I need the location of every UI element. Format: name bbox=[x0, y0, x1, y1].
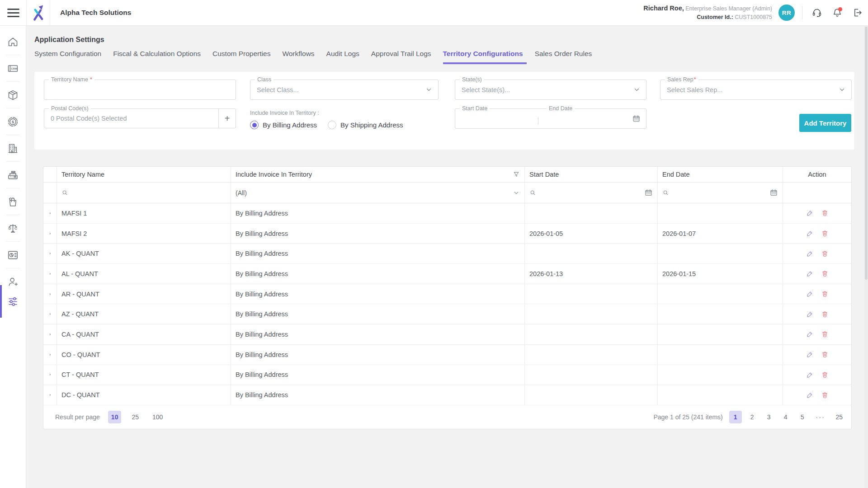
edit-button[interactable] bbox=[806, 371, 814, 379]
sidebar-item-user-add[interactable] bbox=[0, 272, 26, 291]
column-header-include-invoice[interactable]: Include Invoice In Territory bbox=[231, 167, 525, 182]
avatar[interactable]: RR bbox=[778, 5, 795, 21]
calendar-icon[interactable] bbox=[632, 114, 641, 123]
column-header-end-date[interactable]: End Date bbox=[658, 167, 783, 182]
delete-button[interactable] bbox=[821, 209, 829, 217]
column-header-start-date[interactable]: Start Date bbox=[525, 167, 658, 182]
tab-fiscal-calculation-options[interactable]: Fiscal & Calculation Options bbox=[113, 50, 201, 63]
sidebar-item-report[interactable] bbox=[0, 245, 26, 265]
edit-button[interactable] bbox=[806, 270, 814, 277]
expand-row-button[interactable] bbox=[48, 393, 52, 397]
tab-system-configuration[interactable]: System Configuration bbox=[34, 50, 101, 63]
invoice-filter-select[interactable]: (All) bbox=[231, 183, 525, 203]
calendar-icon[interactable] bbox=[769, 188, 778, 197]
tab-audit-logs[interactable]: Audit Logs bbox=[326, 50, 359, 63]
sidebar-item-home[interactable] bbox=[0, 32, 26, 52]
notification-badge bbox=[838, 7, 842, 11]
logout-button[interactable] bbox=[852, 7, 863, 18]
expand-row-button[interactable] bbox=[48, 352, 52, 357]
table-header-row: Territory Name Include Invoice In Territ… bbox=[43, 167, 851, 183]
edit-button[interactable] bbox=[806, 290, 814, 298]
customer-id-value: CUST1000875 bbox=[735, 14, 772, 20]
expand-row-button[interactable] bbox=[48, 292, 52, 296]
delete-button[interactable] bbox=[821, 310, 829, 318]
radio-by-shipping-address[interactable]: By Shipping Address bbox=[328, 121, 403, 129]
sidebar-item-cash-register[interactable] bbox=[0, 165, 26, 185]
edit-button[interactable] bbox=[806, 209, 814, 217]
states-label: State(s) bbox=[460, 76, 484, 83]
page-size-10[interactable]: 10 bbox=[108, 411, 122, 423]
territory-name-cell: AZ - QUANT bbox=[57, 304, 231, 324]
states-select[interactable]: State(s) Select State(s)... bbox=[455, 80, 646, 100]
page-size-25[interactable]: 25 bbox=[128, 411, 142, 423]
calendar-icon[interactable] bbox=[644, 188, 653, 197]
start-date-filter-input[interactable] bbox=[540, 189, 641, 197]
delete-button[interactable] bbox=[821, 391, 829, 399]
support-button[interactable] bbox=[811, 7, 822, 18]
expand-row-button[interactable] bbox=[48, 372, 52, 377]
expand-row-button[interactable] bbox=[48, 272, 52, 276]
sidebar-item-sliders[interactable] bbox=[0, 291, 26, 311]
sidebar-item-shopping-bag[interactable] bbox=[0, 192, 26, 211]
page-5[interactable]: 5 bbox=[796, 411, 809, 423]
delete-button[interactable] bbox=[821, 351, 829, 358]
delete-button[interactable] bbox=[821, 250, 829, 258]
menu-button[interactable] bbox=[0, 0, 26, 25]
result-per-page-label: Result per page bbox=[55, 413, 100, 421]
delete-button[interactable] bbox=[821, 270, 829, 277]
invoice-cell: By Billing Address bbox=[231, 224, 525, 244]
chevron-down-icon bbox=[633, 86, 641, 94]
sales-rep-select[interactable]: Sales Rep* Select Sales Rep... bbox=[660, 80, 852, 100]
sidebar-item-crm[interactable]: CRM bbox=[0, 58, 26, 78]
page-[interactable]: ... bbox=[813, 411, 829, 423]
sidebar-item-balance-scale[interactable]: DC bbox=[0, 218, 26, 238]
expand-row-button[interactable] bbox=[48, 312, 52, 316]
edit-button[interactable] bbox=[806, 351, 814, 358]
page-2[interactable]: 2 bbox=[746, 411, 759, 423]
page-4[interactable]: 4 bbox=[779, 411, 792, 423]
expand-row-button[interactable] bbox=[48, 332, 52, 337]
end-date-filter-input[interactable] bbox=[673, 189, 766, 197]
scrollbar[interactable] bbox=[864, 26, 868, 488]
sidebar-item-dollar[interactable]: $ bbox=[0, 112, 26, 131]
edit-button[interactable] bbox=[806, 391, 814, 399]
sidebar-item-building[interactable] bbox=[0, 138, 26, 158]
class-select[interactable]: Class Select Class... bbox=[250, 80, 439, 100]
tab-custom-properties[interactable]: Custom Properties bbox=[212, 50, 270, 63]
date-range-field[interactable]: Start Date End Date bbox=[455, 108, 646, 129]
column-header-territory-name[interactable]: Territory Name bbox=[57, 167, 231, 182]
territory-name-filter-input[interactable] bbox=[72, 189, 226, 197]
add-postal-code-button[interactable]: + bbox=[218, 109, 236, 128]
page-size-100[interactable]: 100 bbox=[149, 411, 166, 423]
delete-button[interactable] bbox=[821, 371, 829, 379]
notifications-button[interactable] bbox=[832, 7, 843, 18]
delete-button[interactable] bbox=[821, 230, 829, 237]
tab-territory-configurations[interactable]: Territory Configurations bbox=[443, 50, 523, 63]
delete-button[interactable] bbox=[821, 330, 829, 338]
scrollbar-thumb[interactable] bbox=[865, 27, 868, 280]
tab-sales-order-rules[interactable]: Sales Order Rules bbox=[535, 50, 592, 63]
expand-row-button[interactable] bbox=[48, 231, 52, 236]
sidebar-item-package[interactable] bbox=[0, 85, 26, 105]
expand-row-button[interactable] bbox=[48, 251, 52, 256]
app-logo[interactable] bbox=[26, 0, 50, 25]
edit-button[interactable] bbox=[806, 250, 814, 258]
page-1[interactable]: 1 bbox=[729, 411, 742, 423]
page-3[interactable]: 3 bbox=[763, 411, 775, 423]
class-placeholder: Select Class... bbox=[257, 86, 299, 94]
tab-workflows[interactable]: Workflows bbox=[282, 50, 314, 63]
radio-by-billing-address[interactable]: By Billing Address bbox=[250, 121, 317, 129]
delete-button[interactable] bbox=[821, 290, 829, 298]
add-territory-button[interactable]: Add Territory bbox=[799, 114, 851, 132]
table-row: MAFSI 2By Billing Address2026-01-052026-… bbox=[43, 224, 851, 244]
page-25[interactable]: 25 bbox=[832, 411, 846, 423]
expand-row-button[interactable] bbox=[48, 211, 52, 216]
invoice-cell: By Billing Address bbox=[231, 324, 525, 344]
edit-button[interactable] bbox=[806, 310, 814, 318]
tab-approval-trail-logs[interactable]: Approval Trail Logs bbox=[371, 50, 431, 63]
edit-button[interactable] bbox=[806, 330, 814, 338]
edit-button[interactable] bbox=[806, 230, 814, 237]
filter-funnel-icon[interactable] bbox=[513, 171, 520, 178]
include-invoice-group: Include Invoice In Territory : By Billin… bbox=[250, 110, 403, 129]
end-date-cell bbox=[658, 203, 783, 223]
